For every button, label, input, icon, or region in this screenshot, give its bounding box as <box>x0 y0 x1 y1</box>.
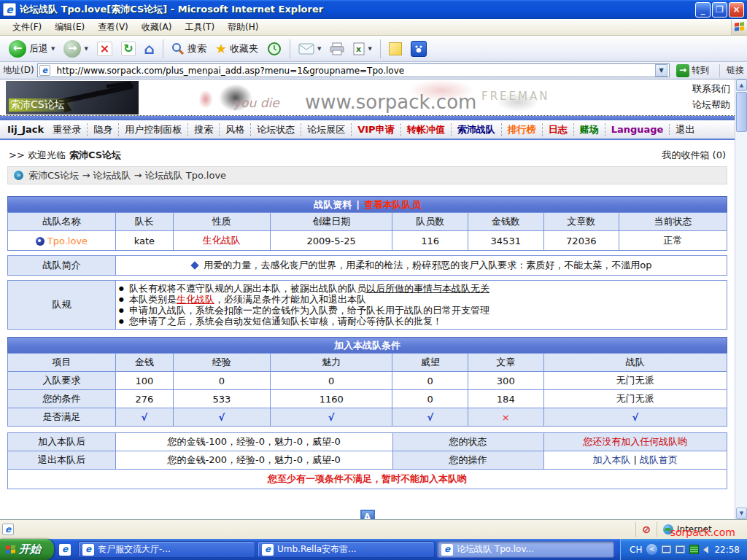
history-button[interactable] <box>263 39 286 58</box>
nav-logout[interactable]: 退出 <box>670 123 700 136</box>
operation-cell: 加入本队 | 战队首页 <box>543 451 727 470</box>
close-button[interactable]: × <box>729 2 744 18</box>
back-dropdown-icon[interactable]: ▼ <box>51 46 55 52</box>
network-icon-2[interactable] <box>676 545 685 553</box>
nav-forum-zone[interactable]: 论坛展区 <box>301 123 352 136</box>
go-button[interactable]: → 转到 <box>673 63 713 78</box>
menu-view[interactable]: 查看(V) <box>91 19 135 36</box>
minimize-button[interactable]: _ <box>695 2 711 18</box>
banner-domain-text: www.sorpack.com <box>305 91 476 113</box>
team-money-cell: 34531 <box>468 231 544 251</box>
print-icon <box>330 42 344 55</box>
scroll-thumb[interactable] <box>736 92 747 132</box>
your-prestige: 0 <box>392 390 468 408</box>
view-members-link[interactable]: 查看本队队员 <box>364 198 421 211</box>
page-bottom-icon[interactable]: A <box>360 510 375 519</box>
page-scrollbar[interactable]: ▲ ▼ <box>735 79 747 519</box>
page-viewport: you die www.sorpack.com FREEMAN 索沛CS论坛 联… <box>0 79 747 519</box>
ie-app-icon: e <box>3 3 16 16</box>
links-label[interactable]: 链接 <box>727 64 744 77</box>
menu-tools[interactable]: 工具(T) <box>178 19 221 36</box>
address-input[interactable]: e http://www.sorpack.com/plus_menpai_add… <box>37 63 670 77</box>
nav-user-control-panel[interactable]: 用户控制面板 <box>119 123 188 136</box>
nav-casino[interactable]: 赌场 <box>574 123 605 136</box>
scroll-down-arrow[interactable]: ▼ <box>736 508 747 519</box>
edit-button[interactable]: x ▼ <box>349 40 376 58</box>
ie-icon: e <box>262 544 274 556</box>
nav-style[interactable]: 风格 <box>220 123 251 136</box>
back-icon: ← <box>9 40 26 58</box>
menu-favorites[interactable]: 收藏(A) <box>135 19 179 36</box>
back-button[interactable]: ← 后退 ▼ <box>4 38 59 60</box>
scroll-up-arrow[interactable]: ▲ <box>736 79 747 91</box>
nav-forum-status[interactable]: 论坛状态 <box>251 123 301 136</box>
maximize-button[interactable]: ❐ <box>712 2 727 18</box>
rules-label: 队规 <box>8 281 116 330</box>
menu-help[interactable]: 帮助(H) <box>221 19 265 36</box>
clock[interactable]: 22:58 <box>714 545 740 555</box>
contact-us-link[interactable]: 联系我们 <box>692 81 730 97</box>
search-label: 搜索 <box>187 42 206 55</box>
app-tray-icon[interactable] <box>689 545 699 554</box>
team-badge-icon <box>36 237 44 246</box>
warning-message: 您至少有一项条件不满足，暂时不能加入本队哟 <box>8 470 727 489</box>
nav-relogin[interactable]: 重登录 <box>47 123 88 136</box>
history-clock-icon <box>267 42 282 56</box>
after-quit-effect: 您的金钱-200，经验-0，魅力-0，威望-0 <box>115 451 392 470</box>
team-name-cell: Tpo.love <box>8 231 116 251</box>
hide-icons-chevron[interactable]: < <box>646 544 657 555</box>
req-posts: 300 <box>468 372 544 390</box>
restricted-icon: ⊘ <box>642 524 651 535</box>
favorites-button[interactable]: ★ 收藏夹 <box>211 39 263 58</box>
nav-language[interactable]: Language <box>605 124 670 135</box>
nav-sorpack-teams[interactable]: 索沛战队 <box>452 123 502 136</box>
rules-list: ● 队长有权将不遵守队规的人踢出本队，被踢出战队的队员以后所做的事情与本战队无关… <box>115 281 727 330</box>
taskbar-window-1[interactable]: e 丧尸服交流大厅-... <box>78 541 255 558</box>
forum-logo[interactable]: 索沛CS论坛 <box>6 81 139 114</box>
satisfied-label: 是否满足 <box>8 408 116 427</box>
baidu-button[interactable] <box>406 39 431 59</box>
network-icon[interactable] <box>662 545 671 553</box>
menu-edit[interactable]: 编辑(E) <box>48 19 91 36</box>
nav-transfer[interactable]: 转帐冲值 <box>401 123 452 136</box>
system-tray: CH < 22:58 <box>620 539 747 560</box>
join-team-link[interactable]: 加入本队 <box>592 454 630 465</box>
taskbar-window-2[interactable]: e Umb.Rella安布雷... <box>258 541 435 558</box>
team-name-link[interactable]: Tpo.love <box>47 236 88 246</box>
banner-freeman-text: FREEMAN <box>481 90 549 103</box>
team-home-link[interactable]: 战队首页 <box>640 454 678 465</box>
breadcrumb-path[interactable]: 索沛CS论坛 → 论坛战队 → 论坛战队 Tpo.love <box>28 169 226 182</box>
inbox-link[interactable]: 我的收件箱 (0) <box>662 149 726 162</box>
biochem-team-link[interactable]: 生化战队 <box>177 294 214 305</box>
taskbar-window-3-active[interactable]: e 论坛战队 Tpo.lov... <box>437 541 614 558</box>
req-charm: 0 <box>270 372 392 390</box>
nav-invisible[interactable]: 隐身 <box>88 123 119 136</box>
search-button[interactable]: 搜索 <box>167 40 211 58</box>
forward-button[interactable]: → ▼ <box>59 38 92 60</box>
mail-button[interactable]: ▼ <box>294 41 325 57</box>
mail-icon <box>298 43 314 55</box>
cross-posts: × <box>468 408 544 427</box>
username[interactable]: Iij_Jack <box>7 124 44 135</box>
col-posts: 文章 <box>468 354 544 372</box>
messenger-button[interactable] <box>384 40 406 58</box>
volume-icon[interactable] <box>703 546 708 553</box>
print-button[interactable] <box>325 40 349 58</box>
nav-blog[interactable]: 日志 <box>543 123 574 136</box>
quick-launch-ie-icon[interactable]: e <box>59 544 71 556</box>
address-dropdown-icon[interactable]: ▼ <box>655 64 667 77</box>
refresh-button[interactable]: ↻ <box>117 39 139 58</box>
menu-file[interactable]: 文件(F) <box>6 19 48 36</box>
window-title: 论坛战队 Tpo.love[索沛CS论坛] - Microsoft Intern… <box>20 3 694 16</box>
stop-button[interactable]: × <box>93 39 117 58</box>
nav-ranking[interactable]: 排行榜 <box>502 123 543 136</box>
nav-vip-apply[interactable]: VIP申请 <box>352 123 400 136</box>
favorites-star-icon: ★ <box>215 41 227 56</box>
nav-search[interactable]: 搜索 <box>188 123 220 136</box>
after-join-row: 加入本队后 您的金钱-100，经验-0，魅力-0，威望-0 您的状态 您还没有加… <box>8 433 727 451</box>
forum-help-link[interactable]: 论坛帮助 <box>692 97 730 113</box>
team-intro-table: 战队简介 用爱的力量，去感化丧尸的世界，用柔和的枪法，粉碎邪恶的丧尸入队要求：素… <box>7 255 727 276</box>
start-button[interactable]: 开始 <box>0 539 54 560</box>
language-indicator[interactable]: CH <box>630 545 642 555</box>
home-button[interactable]: ⌂ <box>140 39 159 58</box>
